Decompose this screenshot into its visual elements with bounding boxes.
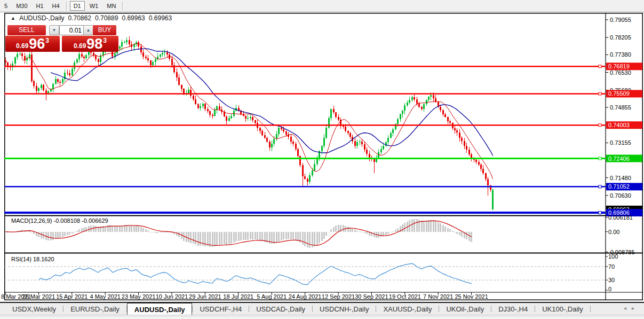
- price-level-chip[interactable]: 0.75509: [606, 90, 642, 97]
- sell-price-big: 96: [29, 36, 45, 52]
- price-level-chip[interactable]: 0.71052: [606, 183, 642, 190]
- chart-title: ▲ AUDUSD-,Daily 0.70862 0.70889 0.69963 …: [11, 14, 172, 22]
- chart-tab-usdcad-daily[interactable]: USDCAD-,Daily: [249, 303, 312, 315]
- date-label: 5 Aug 2021: [257, 293, 287, 300]
- price-level-chip[interactable]: 0.74003: [606, 121, 642, 129]
- one-click-trading-panel: SELL ▼ ▲ BUY 0.69 96 3 0.69 98 3: [5, 24, 120, 52]
- svg-text:0.75509: 0.75509: [608, 90, 630, 97]
- price-scale-tick: 0.73155: [610, 139, 631, 146]
- quote-high: 0.70889: [95, 14, 118, 22]
- chart-tab-usdchf-h4[interactable]: USDCHF-,H4: [193, 303, 249, 315]
- svg-text:0.72406: 0.72406: [608, 155, 630, 162]
- sell-price-sup: 3: [45, 37, 49, 44]
- date-label: 24 Aug 2021: [289, 293, 322, 300]
- volume-input[interactable]: [59, 25, 84, 35]
- tab-scroll-left-button[interactable]: ◂: [624, 305, 632, 311]
- svg-text:0.76819: 0.76819: [608, 63, 630, 69]
- date-label: 19 Oct 2021: [389, 293, 421, 300]
- rsi-panel-content: [4, 263, 606, 285]
- price-level-chip[interactable]: 0.72406: [606, 155, 642, 162]
- price-scale-tick: 0.70630: [610, 192, 631, 199]
- horizontal-level-lines[interactable]: [4, 65, 606, 214]
- tab-scroll-arrows: ◂▸: [624, 305, 640, 311]
- rsi-indicator-label: RSI(14) 18.1620: [11, 256, 54, 262]
- price-scale-tick: 0.78205: [610, 34, 631, 41]
- quote-close: 0.69963: [149, 14, 172, 22]
- rsi-scale-tick: 0: [608, 286, 611, 292]
- rsi-scale-tick: 70: [608, 263, 615, 270]
- date-label: 10 Jun 2021: [156, 293, 188, 300]
- date-label: 23 May 2021: [122, 293, 156, 300]
- sell-price-prefix: 0.69: [16, 42, 28, 50]
- price-scale-tick: 0.71480: [610, 175, 631, 181]
- date-label: 7 Nov 2021: [423, 293, 453, 300]
- rsi-scale-tick: 30: [608, 277, 615, 283]
- chart-tab-usdcnh-daily[interactable]: USDCNH-,Daily: [313, 303, 376, 315]
- collapse-arrow-icon[interactable]: ▲: [11, 15, 15, 21]
- volume-increase-button[interactable]: ▲: [83, 25, 93, 35]
- date-label: 15 Apr 2021: [56, 293, 88, 300]
- date-label: 12 Sep 2021: [322, 293, 355, 300]
- macd-scale-tick: 0.006181: [608, 214, 633, 221]
- svg-text:0.71052: 0.71052: [608, 183, 630, 190]
- date-axis[interactable]: 8 Mar 202126 Mar 202115 Apr 20214 May 20…: [1, 292, 488, 300]
- mt4-terminal: 5M30H1H4D1W1MN 0.790550.782050.773800.76…: [0, 0, 644, 319]
- price-scale-tick: 0.77380: [610, 51, 631, 58]
- date-label: 26 Mar 2021: [22, 293, 55, 300]
- date-label: 30 Sep 2021: [355, 293, 388, 300]
- price-scale-tick: 0.76530: [610, 69, 631, 76]
- quote-open: 0.70862: [68, 14, 91, 22]
- date-label: 18 Jul 2021: [223, 293, 253, 300]
- chart-tab-bar: USDX,WeeklyEURUSD-,DailyAUDUSD-,DailyUSD…: [0, 302, 644, 315]
- buy-price-prefix: 0.69: [74, 42, 86, 50]
- macd-indicator-label: MACD(12,26,9) -0.008108 -0.006629: [11, 217, 108, 224]
- sell-button[interactable]: SELL: [7, 25, 46, 35]
- buy-button[interactable]: BUY: [93, 25, 116, 35]
- volume-decrease-button[interactable]: ▼: [49, 25, 59, 35]
- chart-tab-audusd-daily[interactable]: AUDUSD-,Daily: [127, 303, 193, 315]
- chart-tab-ukoil-daily[interactable]: UKOil-,Daily: [439, 303, 491, 315]
- buy-price-sup: 3: [103, 37, 107, 44]
- date-label: 4 May 2021: [90, 293, 120, 300]
- price-scale-tick: 0.74855: [610, 104, 631, 111]
- indicator-scales: 0.0061810.00-0.00878510070300: [606, 214, 635, 292]
- date-label: 25 Nov 2021: [455, 293, 488, 300]
- chart-tab-eurusd-daily[interactable]: EURUSD-,Daily: [63, 303, 126, 315]
- chart-tab-dj30-h4[interactable]: DJ30-,H4: [491, 303, 535, 315]
- rsi-scale-tick: 100: [608, 253, 618, 260]
- chart-tab-usdx-weekly[interactable]: USDX,Weekly: [5, 303, 63, 315]
- price-scale[interactable]: 0.790550.782050.773800.765300.756800.748…: [606, 17, 642, 216]
- chart-symbol-label: AUDUSD-,Daily: [19, 14, 65, 22]
- buy-price-big: 98: [86, 36, 102, 52]
- chart-tab-xauusd-daily[interactable]: XAUUSD-,Daily: [376, 303, 439, 315]
- tab-scroll-right-button[interactable]: ▸: [632, 305, 640, 311]
- price-scale-tick: 0.79055: [610, 17, 631, 23]
- buy-price-display[interactable]: 0.69 98 3: [62, 36, 118, 52]
- price-level-chip[interactable]: 0.76819: [606, 63, 642, 70]
- tab-separator: [590, 306, 591, 312]
- quote-low: 0.69963: [122, 14, 145, 22]
- sell-price-display[interactable]: 0.69 96 3: [5, 36, 60, 52]
- macd-scale-tick: 0.00: [608, 229, 619, 235]
- chart-tab-uk100-daily[interactable]: UK100-,Daily: [535, 303, 590, 315]
- svg-text:0.74003: 0.74003: [608, 122, 630, 128]
- date-label: 29 Jun 2021: [189, 293, 221, 300]
